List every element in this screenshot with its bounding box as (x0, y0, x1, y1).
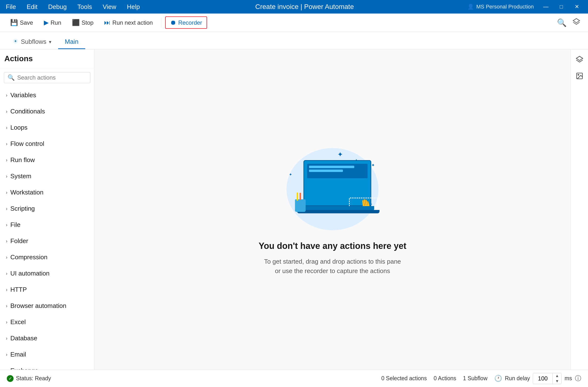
close-button[interactable]: ✕ (570, 2, 584, 12)
sidebar-item-loops[interactable]: ›Loops (0, 119, 94, 136)
maximize-button[interactable]: □ (554, 2, 569, 12)
titlebar: File Edit Debug Tools View Help Create i… (0, 0, 588, 14)
action-label: Conditionals (10, 108, 45, 115)
subflows-icon (13, 38, 18, 45)
delay-input-wrap: ▲ ▼ (533, 373, 562, 384)
content-area: ✦ ✦ ✦ ✦ ✦ 🤚 (94, 49, 570, 369)
menu-file[interactable]: File (4, 2, 18, 12)
tab-main[interactable]: Main (58, 35, 85, 49)
sidebar-item-database[interactable]: ›Database (0, 330, 94, 346)
main-layout: Actions 🔍 ›Variables›Conditionals›Loops›… (0, 49, 588, 369)
search-icon: 🔍 (7, 74, 15, 81)
sidebar-item-conditionals[interactable]: ›Conditionals (0, 103, 94, 119)
chevron-icon: › (6, 141, 7, 147)
action-label: Scripting (10, 205, 35, 212)
empty-state: ✦ ✦ ✦ ✦ ✦ 🤚 (259, 143, 406, 276)
sidebar-item-browser-automation[interactable]: ›Browser automation (0, 298, 94, 314)
save-button[interactable]: 💾 Save (6, 17, 38, 28)
action-label: Flow control (10, 140, 44, 148)
sidebar-item-exchange[interactable]: ›Exchange (0, 363, 94, 369)
sidebar-item-excel[interactable]: ›Excel (0, 314, 94, 330)
run-next-button[interactable]: ⏭ Run next action (100, 17, 157, 28)
action-label: System (10, 173, 31, 180)
action-label: Exchange (10, 367, 39, 369)
action-label: Run flow (10, 156, 35, 164)
laptop-screen: 🤚 (303, 160, 371, 206)
spin-up-button[interactable]: ▲ (553, 373, 561, 379)
menu-tools[interactable]: Tools (75, 2, 94, 12)
empty-title: You don't have any actions here yet (259, 241, 406, 251)
layers-icon[interactable] (570, 16, 582, 30)
pencil-cup (295, 199, 306, 212)
action-label: Variables (10, 91, 36, 99)
action-label: UI automation (10, 270, 50, 277)
main-label: Main (65, 38, 79, 45)
svg-marker-2 (576, 56, 583, 60)
run-delay-label: Run delay (505, 375, 530, 382)
actions-list: ›Variables›Conditionals›Loops›Flow contr… (0, 87, 94, 369)
image-panel-icon[interactable] (573, 70, 586, 82)
sidebar-item-run-flow[interactable]: ›Run flow (0, 152, 94, 168)
chevron-icon: › (6, 303, 7, 309)
toolbar: 💾 Save ▶ Run ⬛ Stop ⏭ Run next action ⏺ … (0, 14, 588, 32)
menu-view[interactable]: View (101, 2, 118, 12)
sidebar-item-compression[interactable]: ›Compression (0, 249, 94, 265)
chevron-icon: › (6, 206, 7, 212)
user-area: 👤 MS Personal Production (467, 4, 534, 10)
chevron-icon: › (6, 157, 7, 163)
window-controls: — □ ✕ (539, 2, 584, 12)
action-label: File (10, 221, 21, 229)
user-name: MS Personal Production (476, 4, 534, 10)
stop-label: Stop (82, 19, 93, 26)
run-button[interactable]: ▶ Run (40, 17, 66, 28)
status-indicator: ✓ Status: Ready (7, 375, 51, 382)
delay-input[interactable] (533, 374, 552, 383)
sidebar-item-email[interactable]: ›Email (0, 346, 94, 363)
window-title: Create invoice | Power Automate (142, 3, 467, 11)
stop-icon: ⬛ (72, 19, 80, 26)
chevron-icon: › (6, 335, 7, 341)
chevron-icon: › (6, 319, 7, 325)
clock-icon: 🕐 (494, 375, 502, 382)
sidebar-item-system[interactable]: ›System (0, 168, 94, 184)
recorder-icon: ⏺ (170, 19, 176, 26)
sidebar-item-flow-control[interactable]: ›Flow control (0, 136, 94, 152)
status-right: 0 Selected actions 0 Actions 1 Subflow 🕐… (381, 373, 581, 384)
action-label: Database (10, 334, 37, 342)
info-icon[interactable]: ⓘ (575, 374, 581, 383)
tabs-bar: Subflows ▾ Main (0, 32, 588, 49)
chevron-icon: › (6, 368, 7, 369)
save-label: Save (20, 19, 33, 26)
recorder-label: Recorder (178, 19, 202, 26)
sidebar-item-scripting[interactable]: ›Scripting (0, 200, 94, 217)
minimize-button[interactable]: — (539, 2, 553, 12)
sidebar-item-folder[interactable]: ›Folder (0, 233, 94, 249)
chevron-icon: › (6, 271, 7, 276)
menu-debug[interactable]: Debug (46, 2, 69, 12)
stop-button[interactable]: ⬛ Stop (67, 17, 98, 28)
status-text: Status: Ready (16, 375, 51, 382)
actions-count: 0 Actions (434, 375, 456, 382)
menu-help[interactable]: Help (125, 2, 142, 12)
run-delay-group: 🕐 Run delay ▲ ▼ ms ⓘ (494, 373, 581, 384)
recorder-button[interactable]: ⏺ Recorder (165, 17, 207, 29)
search-box[interactable]: 🔍 (4, 72, 90, 83)
search-icon[interactable]: 🔍 (555, 16, 569, 29)
search-input[interactable] (17, 74, 87, 81)
pencil2 (300, 193, 301, 200)
sidebar-item-variables[interactable]: ›Variables (0, 87, 94, 103)
action-label: Browser automation (10, 302, 66, 310)
sidebar-item-ui-automation[interactable]: ›UI automation (0, 265, 94, 282)
sidebar-item-workstation[interactable]: ›Workstation (0, 184, 94, 200)
run-next-label: Run next action (112, 19, 153, 26)
chevron-icon: › (6, 287, 7, 292)
sidebar-item-http[interactable]: ›HTTP (0, 282, 94, 298)
illustration: ✦ ✦ ✦ ✦ ✦ 🤚 (274, 143, 391, 235)
subflows-arrow: ▾ (49, 39, 51, 45)
layers-panel-icon[interactable] (573, 53, 586, 66)
spin-down-button[interactable]: ▼ (553, 379, 561, 384)
sidebar-item-file[interactable]: ›File (0, 217, 94, 233)
action-label: Loops (10, 124, 28, 131)
tab-subflows[interactable]: Subflows ▾ (6, 35, 58, 49)
menu-edit[interactable]: Edit (25, 2, 40, 12)
